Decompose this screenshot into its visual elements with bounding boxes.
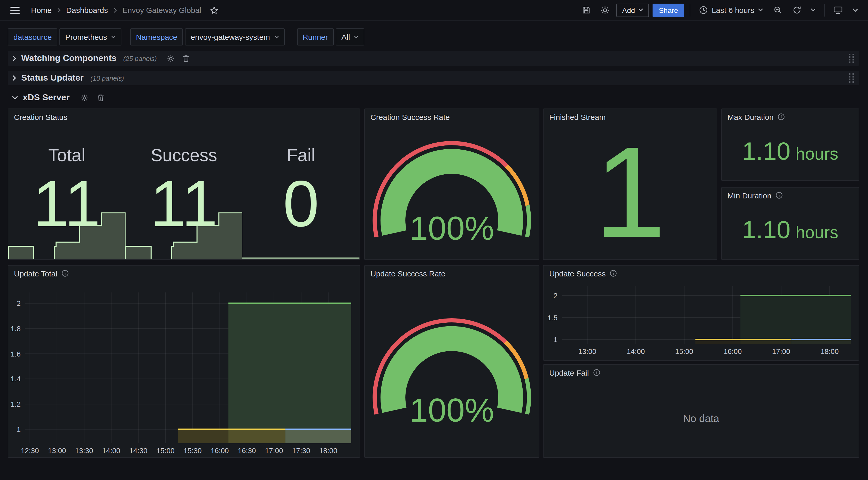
variables-bar: datasource Prometheus Namespace envoy-ga… — [8, 28, 365, 46]
chevron-right-icon — [12, 75, 17, 81]
panel-min-duration: Min Duration 1.10 hours — [721, 187, 859, 260]
breadcrumb: Home Dashboards Envoy Gateway Global — [31, 6, 201, 14]
stat-label: Fail — [287, 145, 315, 166]
variable-label-namespace: Namespace — [130, 28, 183, 46]
clock-icon — [699, 6, 708, 14]
x-axis-label: 14:00 — [627, 347, 645, 356]
x-axis-label: 14:30 — [129, 446, 148, 455]
panel-title[interactable]: Update Fail — [549, 368, 589, 377]
variable-value-namespace[interactable]: envoy-gateway-system — [185, 28, 284, 46]
panel-update-total: Update Total 11.21.41.61.8212:3013:0013:… — [8, 265, 360, 458]
info-icon[interactable] — [778, 113, 785, 120]
row-drag-handle[interactable] — [848, 73, 855, 83]
chevron-down-icon — [354, 35, 359, 38]
gauge-value: 100% — [369, 210, 535, 248]
hamburger-menu-icon[interactable] — [7, 3, 23, 17]
time-range-picker[interactable]: Last 6 hours — [696, 3, 766, 17]
time-series-chart[interactable]: 11.5213:0014:0015:0016:0017:0018:00 — [544, 266, 859, 360]
variable-value-datasource[interactable]: Prometheus — [59, 28, 121, 46]
stat-unit: hours — [796, 145, 838, 162]
stat-value: 1.10 — [742, 139, 790, 164]
row-xds-server[interactable]: xDS Server — [8, 90, 859, 105]
row-watching-components[interactable]: Watching Components (25 panels) — [8, 51, 859, 66]
x-axis-label: 17:00 — [772, 347, 790, 356]
panel-creation-success-rate: Creation Success Rate 100% — [364, 109, 539, 260]
x-axis-label: 14:00 — [102, 446, 120, 455]
row-status-updater[interactable]: Status Updater (10 panels) — [8, 71, 859, 85]
x-axis-label: 13:30 — [75, 446, 93, 455]
chevron-right-icon — [113, 7, 117, 13]
x-axis-label: 13:00 — [578, 347, 596, 356]
top-nav: Home Dashboards Envoy Gateway Global Add — [0, 0, 868, 21]
grafana-dashboard: Home Dashboards Envoy Gateway Global Add — [0, 0, 868, 480]
chevron-down-icon — [12, 95, 18, 100]
row-settings-gear-icon[interactable] — [80, 94, 88, 101]
star-icon[interactable] — [207, 3, 222, 17]
stat-value: 11 — [33, 172, 101, 237]
y-axis-label: 1.4 — [8, 375, 21, 383]
refresh-interval-chevron-icon[interactable] — [808, 3, 818, 17]
x-axis-label: 13:00 — [48, 446, 66, 455]
no-data-message: No data — [544, 413, 859, 425]
breadcrumb-dashboards[interactable]: Dashboards — [66, 6, 108, 14]
breadcrumb-current: Envoy Gateway Global — [122, 6, 201, 14]
panel-max-duration: Max Duration 1.10 hours — [721, 109, 859, 181]
panel-title[interactable]: Update Success Rate — [370, 269, 445, 278]
refresh-icon[interactable] — [789, 3, 804, 17]
gauge: 100% — [369, 281, 535, 454]
row-title: Watching Components — [21, 53, 117, 64]
share-button[interactable]: Share — [653, 3, 684, 17]
panel-update-success-rate: Update Success Rate 100% — [364, 265, 539, 458]
row-panel-count: (10 panels) — [90, 74, 124, 82]
kiosk-monitor-icon[interactable] — [830, 3, 846, 17]
time-series-chart[interactable]: 11.21.41.61.8212:3013:0013:3014:0014:301… — [8, 266, 360, 457]
divider — [824, 4, 825, 16]
save-icon[interactable] — [578, 3, 594, 17]
chevron-down-icon — [274, 35, 279, 38]
stat-label: Total — [48, 145, 86, 166]
zoom-out-icon[interactable] — [770, 3, 785, 17]
panel-creation-status: Creation Status Total 11 Success 11 Fail… — [8, 109, 360, 260]
nav-more-chevron-icon[interactable] — [849, 3, 861, 17]
panel-title[interactable]: Min Duration — [727, 191, 771, 200]
chevron-right-icon — [57, 7, 61, 13]
panel-finished-stream: Finished Stream 1 — [543, 109, 717, 260]
gauge: 100% — [369, 124, 535, 256]
chevron-down-icon — [638, 8, 643, 12]
x-axis-label: 15:00 — [157, 446, 175, 455]
stat-fail: Fail 0 — [243, 109, 360, 259]
y-axis-label: 1.5 — [543, 313, 557, 322]
stat-label: Success — [151, 145, 217, 166]
x-axis-label: 17:30 — [292, 446, 310, 455]
panel-title[interactable]: Creation Success Rate — [370, 112, 450, 121]
y-axis-label: 1.6 — [8, 350, 21, 358]
row-panel-count: (25 panels) — [123, 55, 157, 62]
x-axis-label: 15:00 — [675, 347, 693, 356]
stat-unit: hours — [796, 224, 838, 241]
y-axis-label: 1.8 — [8, 325, 21, 333]
y-axis-label: 1 — [543, 335, 557, 343]
x-axis-label: 16:30 — [238, 446, 256, 455]
x-axis-label: 16:00 — [723, 347, 742, 356]
row-delete-trash-icon[interactable] — [182, 55, 189, 62]
panel-title[interactable]: Max Duration — [727, 112, 773, 121]
row-drag-handle[interactable] — [848, 53, 855, 64]
y-axis-label: 1.2 — [8, 400, 21, 408]
x-axis-label: 16:00 — [211, 446, 229, 455]
info-icon[interactable] — [776, 192, 783, 199]
row-settings-gear-icon[interactable] — [167, 55, 175, 62]
settings-gear-icon[interactable] — [597, 3, 613, 17]
row-title: Status Updater — [21, 73, 84, 83]
panel-update-fail: Update Fail No data — [543, 364, 859, 458]
stat-value: 1.10 — [742, 217, 790, 242]
add-button[interactable]: Add — [616, 3, 649, 17]
y-axis-label: 1 — [8, 425, 21, 433]
stat-value: 11 — [150, 172, 218, 237]
variable-value-runner[interactable]: All — [336, 28, 365, 46]
gauge-value: 100% — [369, 391, 535, 429]
row-delete-trash-icon[interactable] — [97, 94, 104, 101]
info-icon[interactable] — [593, 369, 600, 376]
x-axis-label: 18:00 — [319, 446, 337, 455]
breadcrumb-home[interactable]: Home — [31, 6, 52, 14]
row-title: xDS Server — [23, 92, 69, 103]
